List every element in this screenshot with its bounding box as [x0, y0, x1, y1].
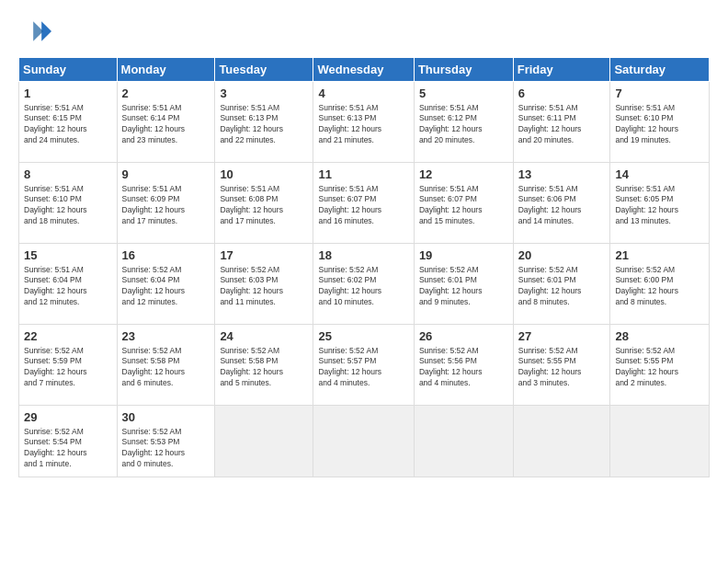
calendar-cell: 21Sunrise: 5:52 AMSunset: 6:00 PMDayligh…	[610, 244, 710, 325]
day-number: 13	[518, 167, 606, 183]
calendar-cell: 30Sunrise: 5:52 AMSunset: 5:53 PMDayligh…	[117, 406, 215, 477]
day-number: 16	[122, 247, 210, 264]
day-number: 10	[220, 167, 308, 183]
calendar-cell: 19Sunrise: 5:52 AMSunset: 6:01 PMDayligh…	[414, 244, 513, 325]
calendar-cell: 7Sunrise: 5:51 AMSunset: 6:10 PMDaylight…	[610, 82, 710, 163]
weekday-header-monday: Monday	[117, 58, 215, 82]
day-info: Sunrise: 5:51 AMSunset: 6:05 PMDaylight:…	[615, 184, 704, 227]
calendar-cell: 17Sunrise: 5:52 AMSunset: 6:03 PMDayligh…	[215, 244, 313, 325]
calendar-table: SundayMondayTuesdayWednesdayThursdayFrid…	[18, 57, 710, 477]
day-number: 14	[615, 167, 704, 183]
day-info: Sunrise: 5:52 AMSunset: 5:55 PMDaylight:…	[518, 346, 606, 389]
page: SundayMondayTuesdayWednesdayThursdayFrid…	[0, 0, 728, 563]
calendar-cell	[215, 406, 313, 477]
calendar-cell: 12Sunrise: 5:51 AMSunset: 6:07 PMDayligh…	[414, 163, 513, 244]
day-number: 3	[220, 86, 308, 102]
day-number: 5	[419, 86, 508, 102]
header	[18, 15, 710, 48]
day-info: Sunrise: 5:51 AMSunset: 6:13 PMDaylight:…	[318, 103, 408, 146]
day-number: 17	[220, 247, 308, 264]
day-info: Sunrise: 5:52 AMSunset: 5:57 PMDaylight:…	[318, 346, 408, 389]
calendar-cell: 29Sunrise: 5:52 AMSunset: 5:54 PMDayligh…	[19, 406, 118, 477]
day-info: Sunrise: 5:51 AMSunset: 6:07 PMDaylight:…	[419, 184, 508, 227]
calendar-week-2: 8Sunrise: 5:51 AMSunset: 6:10 PMDaylight…	[19, 163, 710, 244]
day-info: Sunrise: 5:52 AMSunset: 5:59 PMDaylight:…	[24, 346, 112, 389]
day-info: Sunrise: 5:52 AMSunset: 6:04 PMDaylight:…	[122, 265, 210, 308]
day-number: 23	[122, 328, 210, 345]
day-info: Sunrise: 5:51 AMSunset: 6:04 PMDaylight:…	[24, 265, 112, 308]
weekday-header-sunday: Sunday	[19, 58, 118, 82]
day-number: 6	[518, 86, 606, 102]
day-info: Sunrise: 5:51 AMSunset: 6:10 PMDaylight:…	[615, 103, 704, 146]
calendar-cell: 18Sunrise: 5:52 AMSunset: 6:02 PMDayligh…	[313, 244, 414, 325]
calendar-cell: 1Sunrise: 5:51 AMSunset: 6:15 PMDaylight…	[19, 82, 118, 163]
calendar-cell: 2Sunrise: 5:51 AMSunset: 6:14 PMDaylight…	[117, 82, 215, 163]
day-info: Sunrise: 5:52 AMSunset: 5:53 PMDaylight:…	[122, 427, 210, 470]
calendar-cell: 11Sunrise: 5:51 AMSunset: 6:07 PMDayligh…	[313, 163, 414, 244]
calendar-cell	[313, 406, 414, 477]
weekday-header-thursday: Thursday	[414, 58, 513, 82]
day-number: 19	[419, 247, 508, 264]
day-number: 15	[24, 247, 112, 264]
day-info: Sunrise: 5:52 AMSunset: 5:54 PMDaylight:…	[24, 427, 112, 470]
calendar-cell: 5Sunrise: 5:51 AMSunset: 6:12 PMDaylight…	[414, 82, 513, 163]
day-info: Sunrise: 5:52 AMSunset: 5:55 PMDaylight:…	[615, 346, 704, 389]
day-info: Sunrise: 5:52 AMSunset: 5:58 PMDaylight:…	[220, 346, 308, 389]
calendar-cell: 26Sunrise: 5:52 AMSunset: 5:56 PMDayligh…	[414, 325, 513, 406]
weekday-header-wednesday: Wednesday	[313, 58, 414, 82]
day-number: 25	[318, 328, 408, 345]
day-number: 9	[122, 167, 210, 183]
day-number: 11	[318, 167, 408, 183]
weekday-header-tuesday: Tuesday	[215, 58, 313, 82]
calendar-cell: 9Sunrise: 5:51 AMSunset: 6:09 PMDaylight…	[117, 163, 215, 244]
day-number: 28	[615, 328, 704, 345]
calendar-cell: 3Sunrise: 5:51 AMSunset: 6:13 PMDaylight…	[215, 82, 313, 163]
day-number: 12	[419, 167, 508, 183]
calendar-cell: 22Sunrise: 5:52 AMSunset: 5:59 PMDayligh…	[19, 325, 118, 406]
calendar-cell: 20Sunrise: 5:52 AMSunset: 6:01 PMDayligh…	[513, 244, 610, 325]
day-info: Sunrise: 5:51 AMSunset: 6:12 PMDaylight:…	[419, 103, 508, 146]
day-info: Sunrise: 5:51 AMSunset: 6:07 PMDaylight:…	[318, 184, 408, 227]
day-info: Sunrise: 5:51 AMSunset: 6:11 PMDaylight:…	[518, 103, 606, 146]
day-number: 18	[318, 247, 408, 264]
calendar-cell: 4Sunrise: 5:51 AMSunset: 6:13 PMDaylight…	[313, 82, 414, 163]
day-number: 27	[518, 328, 606, 345]
calendar-week-4: 22Sunrise: 5:52 AMSunset: 5:59 PMDayligh…	[19, 325, 710, 406]
day-info: Sunrise: 5:51 AMSunset: 6:06 PMDaylight:…	[518, 184, 606, 227]
calendar-cell: 28Sunrise: 5:52 AMSunset: 5:55 PMDayligh…	[610, 325, 710, 406]
day-number: 30	[122, 409, 210, 426]
day-number: 4	[318, 86, 408, 102]
day-info: Sunrise: 5:52 AMSunset: 5:58 PMDaylight:…	[122, 346, 210, 389]
calendar-cell	[610, 406, 710, 477]
day-info: Sunrise: 5:52 AMSunset: 5:56 PMDaylight:…	[419, 346, 508, 389]
weekday-header-friday: Friday	[513, 58, 610, 82]
day-info: Sunrise: 5:52 AMSunset: 6:01 PMDaylight:…	[518, 265, 606, 308]
day-number: 26	[419, 328, 508, 345]
day-info: Sunrise: 5:52 AMSunset: 6:01 PMDaylight:…	[419, 265, 508, 308]
day-number: 7	[615, 86, 704, 102]
day-number: 8	[24, 167, 112, 183]
logo	[18, 15, 55, 48]
day-info: Sunrise: 5:52 AMSunset: 6:03 PMDaylight:…	[220, 265, 308, 308]
calendar-cell	[414, 406, 513, 477]
weekday-header-saturday: Saturday	[610, 58, 710, 82]
day-info: Sunrise: 5:51 AMSunset: 6:08 PMDaylight:…	[220, 184, 308, 227]
calendar-week-3: 15Sunrise: 5:51 AMSunset: 6:04 PMDayligh…	[19, 244, 710, 325]
calendar-cell: 10Sunrise: 5:51 AMSunset: 6:08 PMDayligh…	[215, 163, 313, 244]
day-number: 22	[24, 328, 112, 345]
day-number: 29	[24, 409, 112, 426]
day-info: Sunrise: 5:51 AMSunset: 6:14 PMDaylight:…	[122, 103, 210, 146]
day-info: Sunrise: 5:51 AMSunset: 6:15 PMDaylight:…	[24, 103, 112, 146]
calendar-cell	[513, 406, 610, 477]
calendar-cell: 25Sunrise: 5:52 AMSunset: 5:57 PMDayligh…	[313, 325, 414, 406]
calendar-cell: 13Sunrise: 5:51 AMSunset: 6:06 PMDayligh…	[513, 163, 610, 244]
day-number: 24	[220, 328, 308, 345]
day-number: 2	[122, 86, 210, 102]
logo-icon	[18, 15, 51, 48]
calendar-week-5: 29Sunrise: 5:52 AMSunset: 5:54 PMDayligh…	[19, 406, 710, 477]
calendar-cell: 27Sunrise: 5:52 AMSunset: 5:55 PMDayligh…	[513, 325, 610, 406]
day-number: 1	[24, 86, 112, 102]
calendar-cell: 23Sunrise: 5:52 AMSunset: 5:58 PMDayligh…	[117, 325, 215, 406]
calendar-cell: 14Sunrise: 5:51 AMSunset: 6:05 PMDayligh…	[610, 163, 710, 244]
day-number: 21	[615, 247, 704, 264]
